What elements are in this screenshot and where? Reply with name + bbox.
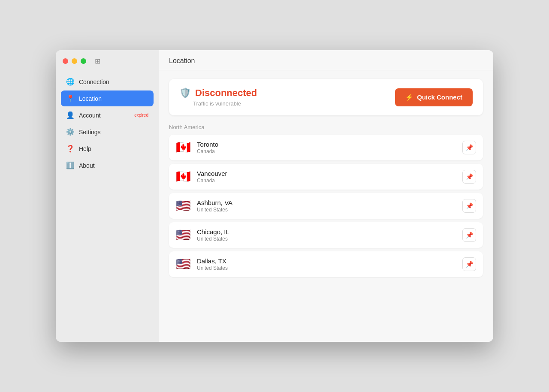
country-name: United States [197, 236, 456, 242]
flag-icon: 🇨🇦 [176, 171, 191, 183]
sidebar-item-account[interactable]: 👤 Account expired [61, 107, 154, 123]
sidebar-item-about[interactable]: ℹ️ About [61, 157, 154, 173]
settings-icon: ⚙️ [66, 128, 75, 136]
region-header: North America [169, 124, 483, 130]
traffic-lights [63, 58, 86, 64]
account-icon: 👤 [66, 111, 75, 119]
country-name: United States [197, 265, 456, 271]
pin-button[interactable]: 📌 [462, 228, 476, 242]
sidebar-item-account-label: Account [79, 112, 101, 119]
flag-icon: 🇺🇸 [176, 200, 191, 212]
list-item[interactable]: 🇨🇦 Toronto Canada 📌 [169, 135, 483, 160]
expired-badge: expired [134, 113, 148, 118]
about-icon: ℹ️ [66, 161, 75, 169]
sidebar-item-settings-label: Settings [79, 129, 101, 136]
sidebar-item-connection[interactable]: 🌐 Connection [61, 74, 154, 90]
sidebar-toggle-icon[interactable]: ⊞ [95, 57, 100, 65]
sidebar-item-connection-label: Connection [79, 78, 109, 85]
sidebar-item-about-label: About [79, 162, 95, 169]
country-name: Canada [197, 178, 456, 184]
city-name: Chicago, IL [197, 228, 456, 235]
country-name: United States [197, 207, 456, 213]
location-info: Chicago, IL United States [197, 228, 456, 242]
location-icon: 📍 [66, 94, 75, 103]
sidebar-item-help[interactable]: ❓ Help [61, 141, 154, 157]
flag-icon: 🇺🇸 [176, 258, 191, 270]
city-name: Vancouver [197, 170, 456, 177]
list-item[interactable]: 🇺🇸 Dallas, TX United States 📌 [169, 251, 483, 277]
location-info: Dallas, TX United States [197, 257, 456, 271]
sidebar-item-location-label: Location [79, 95, 102, 102]
region-north-america: North America 🇨🇦 Toronto Canada 📌 🇨🇦 [169, 124, 483, 277]
status-left: 🛡️ Disconnected Traffic is vulnerable [179, 87, 257, 107]
location-info: Ashburn, VA United States [197, 199, 456, 213]
page-title: Location [159, 50, 493, 70]
sidebar-item-settings[interactable]: ⚙️ Settings [61, 124, 154, 140]
city-name: Dallas, TX [197, 257, 456, 265]
sidebar-item-location[interactable]: 📍 Location [61, 90, 154, 106]
connection-icon: 🌐 [66, 78, 75, 86]
location-info: Vancouver Canada [197, 170, 456, 184]
close-button[interactable] [63, 58, 68, 64]
pin-button[interactable]: 📌 [462, 141, 476, 154]
content-area[interactable]: 🛡️ Disconnected Traffic is vulnerable ⚡ … [159, 70, 493, 342]
sidebar: ⊞ 🌐 Connection 📍 Location 👤 Account expi… [56, 50, 159, 342]
list-item[interactable]: 🇺🇸 Chicago, IL United States 📌 [169, 222, 483, 248]
maximize-button[interactable] [81, 58, 86, 64]
sidebar-item-help-label: Help [79, 145, 91, 152]
quick-connect-button[interactable]: ⚡ Quick Connect [395, 88, 473, 106]
help-icon: ❓ [66, 145, 75, 153]
titlebar: ⊞ [56, 50, 159, 72]
location-list: 🇨🇦 Toronto Canada 📌 🇨🇦 Vancouver Canada [169, 135, 483, 277]
minimize-button[interactable] [72, 58, 77, 64]
country-name: Canada [197, 148, 456, 154]
nav-items: 🌐 Connection 📍 Location 👤 Account expire… [56, 72, 159, 175]
pin-button[interactable]: 📌 [462, 170, 476, 184]
list-item[interactable]: 🇺🇸 Ashburn, VA United States 📌 [169, 193, 483, 219]
lightning-icon: ⚡ [405, 93, 413, 101]
pin-button[interactable]: 📌 [462, 257, 476, 271]
city-name: Toronto [197, 141, 456, 148]
status-subtitle: Traffic is vulnerable [193, 100, 257, 107]
list-item[interactable]: 🇨🇦 Vancouver Canada 📌 [169, 164, 483, 190]
status-title: 🛡️ Disconnected [179, 87, 257, 99]
flag-icon: 🇺🇸 [176, 229, 191, 241]
location-info: Toronto Canada [197, 141, 456, 154]
status-card: 🛡️ Disconnected Traffic is vulnerable ⚡ … [169, 79, 483, 115]
flag-icon: 🇨🇦 [176, 142, 191, 154]
city-name: Ashburn, VA [197, 199, 456, 206]
pin-button[interactable]: 📌 [462, 199, 476, 213]
app-window: ⊞ 🌐 Connection 📍 Location 👤 Account expi… [56, 50, 493, 342]
main-content: Location 🛡️ Disconnected Traffic is vuln… [159, 50, 493, 342]
status-text: Disconnected [195, 87, 257, 99]
quick-connect-label: Quick Connect [417, 93, 462, 101]
shield-icon: 🛡️ [179, 87, 191, 99]
